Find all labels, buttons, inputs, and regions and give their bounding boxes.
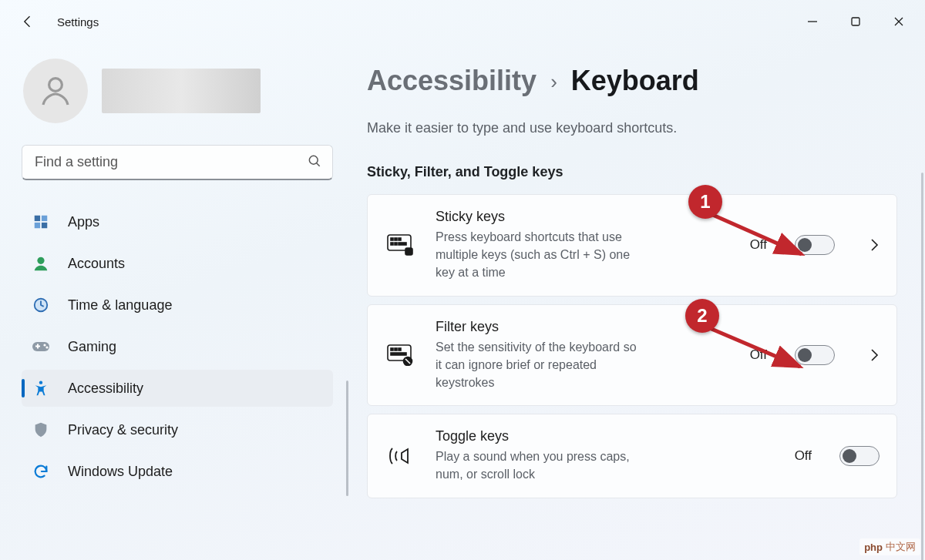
svg-rect-8 xyxy=(42,216,47,221)
svg-point-18 xyxy=(39,381,42,384)
svg-rect-21 xyxy=(395,238,397,240)
content-scrollbar[interactable] xyxy=(921,173,923,560)
card-description: Set the sensitivity of the keyboard so i… xyxy=(436,338,644,392)
svg-point-11 xyxy=(37,257,44,264)
svg-point-15 xyxy=(45,346,48,348)
accounts-icon xyxy=(31,253,51,273)
nav-label: Accessibility xyxy=(68,381,143,397)
chevron-right-icon[interactable] xyxy=(869,347,880,363)
nav-item-privacy-security[interactable]: Privacy & security xyxy=(22,411,333,448)
nav-item-apps[interactable]: Apps xyxy=(22,203,333,240)
svg-rect-31 xyxy=(391,353,406,355)
svg-rect-30 xyxy=(399,348,401,350)
svg-rect-25 xyxy=(399,243,406,245)
svg-rect-1 xyxy=(852,18,859,25)
search-icon xyxy=(307,153,322,172)
svg-rect-17 xyxy=(37,344,39,349)
app-title: Settings xyxy=(57,15,99,29)
toggle-state-label: Off xyxy=(795,448,812,464)
title-bar: Settings xyxy=(0,0,925,43)
privacy-security-icon xyxy=(31,420,51,440)
svg-rect-26 xyxy=(405,248,412,255)
card-description: Press keyboard shortcuts that use multip… xyxy=(436,228,644,282)
watermark: php 中文网 xyxy=(859,538,920,555)
section-heading: Sticky, Filter, and Toggle keys xyxy=(367,164,897,180)
windows-update-icon xyxy=(31,461,51,481)
chevron-right-icon[interactable] xyxy=(869,237,880,253)
card-toggle-keys[interactable]: Toggle keys Play a sound when you press … xyxy=(367,414,897,498)
sidebar: Apps Accounts Time & language Gaming Acc… xyxy=(0,43,352,560)
nav-item-time-language[interactable]: Time & language xyxy=(22,287,333,324)
content-area: Accessibility › Keyboard Make it easier … xyxy=(352,43,925,560)
accessibility-icon xyxy=(31,378,51,398)
svg-point-4 xyxy=(49,79,62,92)
search-container xyxy=(22,145,333,180)
chevron-right-icon: › xyxy=(550,70,557,94)
breadcrumb: Accessibility › Keyboard xyxy=(367,65,897,97)
page-subtitle: Make it easier to type and use keyboard … xyxy=(367,120,897,136)
annotation-arrow-1 xyxy=(701,206,817,268)
close-button[interactable] xyxy=(877,6,920,37)
svg-rect-23 xyxy=(391,243,393,245)
toggle-keys-toggle[interactable] xyxy=(839,446,880,466)
nav-item-gaming[interactable]: Gaming xyxy=(22,328,333,365)
time-language-icon xyxy=(31,295,51,315)
card-filter-keys[interactable]: Filter keys Set the sensitivity of the k… xyxy=(367,304,897,407)
avatar xyxy=(23,59,88,123)
nav-label: Privacy & security xyxy=(68,422,178,438)
svg-point-14 xyxy=(43,344,45,346)
svg-line-34 xyxy=(708,213,802,254)
back-button[interactable] xyxy=(12,6,43,37)
svg-rect-10 xyxy=(42,223,47,228)
card-description: Play a sound when you press caps, num, o… xyxy=(436,448,644,483)
breadcrumb-parent[interactable]: Accessibility xyxy=(367,65,536,97)
nav-item-accessibility[interactable]: Accessibility xyxy=(22,370,333,407)
nav-item-accounts[interactable]: Accounts xyxy=(22,245,333,282)
watermark-text: 中文网 xyxy=(886,540,916,554)
svg-rect-29 xyxy=(395,348,397,350)
sidebar-scrollbar[interactable] xyxy=(346,381,348,496)
nav-label: Windows Update xyxy=(68,464,173,480)
svg-rect-7 xyxy=(35,216,40,221)
toggle-keys-icon xyxy=(385,445,415,467)
filter-keys-icon xyxy=(385,344,415,366)
nav-label: Apps xyxy=(68,214,99,230)
profile-block[interactable] xyxy=(18,59,333,123)
search-input[interactable] xyxy=(22,145,333,180)
svg-line-6 xyxy=(317,163,320,166)
annotation-badge-2: 2 xyxy=(685,299,719,333)
nav-list: Apps Accounts Time & language Gaming Acc… xyxy=(18,203,333,490)
nav-label: Accounts xyxy=(68,256,125,272)
nav-label: Gaming xyxy=(68,339,116,355)
svg-rect-24 xyxy=(395,243,397,245)
svg-point-5 xyxy=(309,156,318,164)
svg-rect-28 xyxy=(391,348,393,350)
profile-name-redacted xyxy=(102,69,261,113)
card-title: Filter keys xyxy=(436,319,644,335)
card-title: Sticky keys xyxy=(436,209,644,225)
page-title: Keyboard xyxy=(571,65,699,97)
apps-icon xyxy=(31,212,51,232)
annotation-arrow-2 xyxy=(700,320,816,382)
gaming-icon xyxy=(31,337,51,357)
card-sticky-keys[interactable]: Sticky keys Press keyboard shortcuts tha… xyxy=(367,194,897,297)
annotation-badge-1: 1 xyxy=(688,185,722,219)
svg-rect-9 xyxy=(35,223,40,228)
svg-line-35 xyxy=(706,327,800,367)
watermark-logo: php xyxy=(864,542,883,553)
nav-label: Time & language xyxy=(68,297,172,314)
nav-item-windows-update[interactable]: Windows Update xyxy=(22,453,333,490)
maximize-button[interactable] xyxy=(834,6,877,37)
minimize-button[interactable] xyxy=(791,6,834,37)
svg-rect-20 xyxy=(391,238,393,240)
window-controls xyxy=(791,6,920,37)
sticky-keys-icon xyxy=(385,234,415,256)
card-title: Toggle keys xyxy=(436,428,644,444)
svg-rect-22 xyxy=(399,238,401,240)
